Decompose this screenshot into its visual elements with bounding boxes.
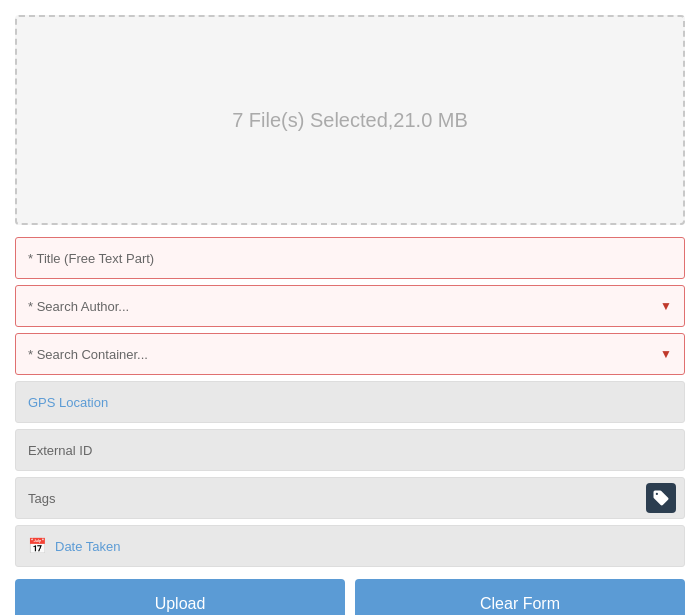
dropzone-status-text: 7 File(s) Selected,21.0 MB xyxy=(232,109,468,132)
date-taken-field[interactable]: 📅 Date Taken xyxy=(15,525,685,567)
author-label: * Search Author... xyxy=(28,299,129,314)
container-field[interactable]: * Search Container... ▼ xyxy=(15,333,685,375)
external-id-label: External ID xyxy=(28,443,92,458)
button-row: Upload Clear Form xyxy=(15,579,685,615)
edit-tag-svg xyxy=(652,489,670,507)
tags-field[interactable]: Tags xyxy=(15,477,685,519)
gps-location-field[interactable]: GPS Location xyxy=(15,381,685,423)
author-dropdown-arrow: ▼ xyxy=(660,299,672,313)
title-field[interactable]: * Title (Free Text Part) xyxy=(15,237,685,279)
file-dropzone[interactable]: 7 File(s) Selected,21.0 MB xyxy=(15,15,685,225)
tags-label: Tags xyxy=(28,491,55,506)
gps-label: GPS Location xyxy=(28,395,108,410)
date-taken-label: Date Taken xyxy=(55,539,121,554)
tags-edit-icon[interactable] xyxy=(646,483,676,513)
external-id-field[interactable]: External ID xyxy=(15,429,685,471)
container-dropdown-arrow: ▼ xyxy=(660,347,672,361)
clear-form-button[interactable]: Clear Form xyxy=(355,579,685,615)
form-fields: * Title (Free Text Part) * Search Author… xyxy=(15,237,685,567)
main-container: 7 File(s) Selected,21.0 MB * Title (Free… xyxy=(0,0,700,615)
container-label: * Search Container... xyxy=(28,347,148,362)
upload-button[interactable]: Upload xyxy=(15,579,345,615)
title-label: * Title (Free Text Part) xyxy=(28,251,154,266)
calendar-icon: 📅 xyxy=(28,537,47,555)
author-field[interactable]: * Search Author... ▼ xyxy=(15,285,685,327)
